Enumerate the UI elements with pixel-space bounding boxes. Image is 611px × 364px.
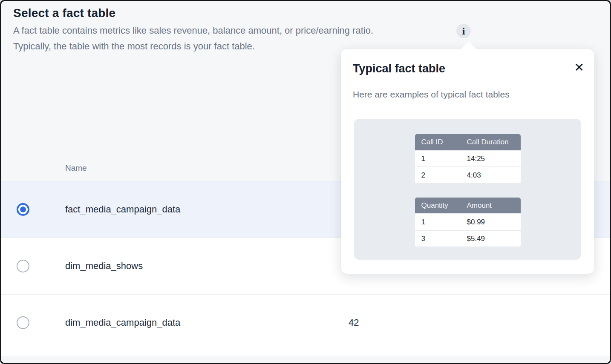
example-row: 3 $5.49 (415, 231, 521, 246)
example-cell: $5.49 (463, 231, 521, 246)
select-fact-table-screen: Select a fact table A fact table contain… (0, 0, 611, 364)
example-table-calls: Call ID Call Duration 1 14:25 2 4:03 (415, 133, 521, 184)
table-name-label: fact_media_campaign_data (65, 204, 180, 215)
info-icon[interactable]: i (456, 24, 471, 38)
example-table-sales: Quantity Amount 1 $0.99 3 $5.49 (415, 197, 521, 247)
popover-title: Typical fact table (353, 62, 445, 75)
example-cell: 1 (415, 214, 463, 230)
table-row-count: 42 (349, 317, 359, 328)
popover-subtitle: Here are examples of typical fact tables (353, 89, 510, 100)
footer-strip (1, 357, 610, 363)
column-header-name: Name (65, 163, 87, 173)
radio-button[interactable] (17, 203, 29, 216)
radio-button[interactable] (17, 316, 29, 329)
radio-button[interactable] (17, 260, 29, 272)
example-cell: $0.99 (463, 214, 521, 230)
close-icon[interactable]: ✕ (574, 62, 584, 74)
page-description-line1: A fact table contains metrics like sales… (13, 25, 373, 36)
table-name-label: dim_media_shows (65, 261, 143, 272)
example-cell: 3 (415, 231, 463, 246)
example-header: Call ID (415, 134, 463, 150)
example-cell: 2 (415, 167, 463, 183)
example-row: 2 4:03 (415, 167, 521, 183)
table-name-label: dim_media_campaign_data (65, 317, 180, 328)
table-bottom-padding (1, 351, 610, 356)
example-cell: 1 (415, 151, 463, 166)
example-header: Quantity (415, 198, 463, 213)
example-row: 1 $0.99 (415, 214, 521, 230)
example-row: 1 14:25 (415, 151, 521, 166)
example-header: Amount (463, 198, 521, 213)
page-description-line2: Typically, the table with the most recor… (13, 41, 255, 52)
popover-arrow-icon (461, 41, 477, 49)
example-header: Call Duration (463, 134, 521, 150)
table-row[interactable]: dim_media_campaign_data 42 (1, 295, 610, 351)
example-cell: 14:25 (463, 151, 521, 166)
examples-panel: Call ID Call Duration 1 14:25 2 4:03 (354, 119, 581, 260)
example-cell: 4:03 (463, 167, 521, 183)
page-title: Select a fact table (13, 6, 115, 20)
typical-fact-table-popover: Typical fact table ✕ Here are examples o… (341, 49, 594, 274)
